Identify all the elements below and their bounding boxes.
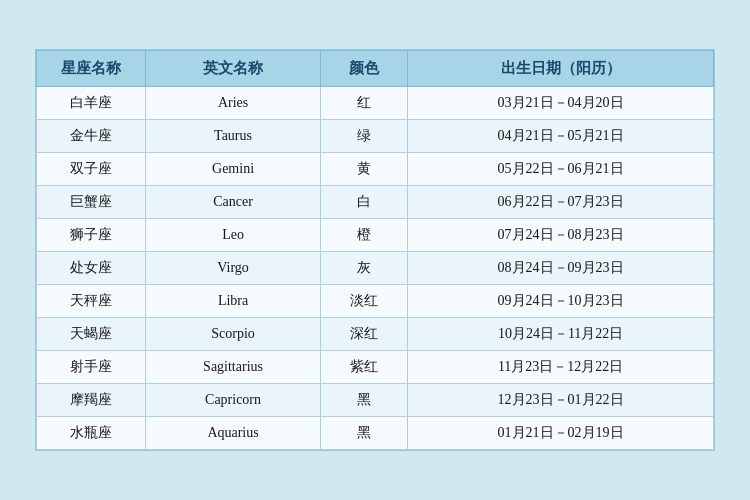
cell-english: Scorpio <box>146 318 321 351</box>
table-row: 金牛座Taurus绿04月21日－05月21日 <box>37 120 714 153</box>
cell-chinese: 巨蟹座 <box>37 186 146 219</box>
table-row: 摩羯座Capricorn黑12月23日－01月22日 <box>37 384 714 417</box>
cell-color: 黄 <box>320 153 407 186</box>
table-row: 白羊座Aries红03月21日－04月20日 <box>37 87 714 120</box>
cell-chinese: 天秤座 <box>37 285 146 318</box>
table-row: 处女座Virgo灰08月24日－09月23日 <box>37 252 714 285</box>
header-english: 英文名称 <box>146 51 321 87</box>
table-header-row: 星座名称 英文名称 颜色 出生日期（阳历） <box>37 51 714 87</box>
header-color: 颜色 <box>320 51 407 87</box>
zodiac-table-container: 星座名称 英文名称 颜色 出生日期（阳历） 白羊座Aries红03月21日－04… <box>35 49 715 451</box>
cell-color: 黑 <box>320 417 407 450</box>
cell-english: Aries <box>146 87 321 120</box>
cell-date: 07月24日－08月23日 <box>408 219 714 252</box>
header-date: 出生日期（阳历） <box>408 51 714 87</box>
cell-english: Leo <box>146 219 321 252</box>
cell-chinese: 摩羯座 <box>37 384 146 417</box>
zodiac-table: 星座名称 英文名称 颜色 出生日期（阳历） 白羊座Aries红03月21日－04… <box>36 50 714 450</box>
cell-english: Aquarius <box>146 417 321 450</box>
cell-chinese: 水瓶座 <box>37 417 146 450</box>
cell-date: 10月24日－11月22日 <box>408 318 714 351</box>
cell-color: 红 <box>320 87 407 120</box>
cell-date: 09月24日－10月23日 <box>408 285 714 318</box>
cell-chinese: 白羊座 <box>37 87 146 120</box>
cell-date: 03月21日－04月20日 <box>408 87 714 120</box>
cell-english: Sagittarius <box>146 351 321 384</box>
table-row: 天蝎座Scorpio深红10月24日－11月22日 <box>37 318 714 351</box>
cell-color: 橙 <box>320 219 407 252</box>
cell-chinese: 处女座 <box>37 252 146 285</box>
table-body: 白羊座Aries红03月21日－04月20日金牛座Taurus绿04月21日－0… <box>37 87 714 450</box>
cell-date: 05月22日－06月21日 <box>408 153 714 186</box>
cell-color: 绿 <box>320 120 407 153</box>
table-row: 巨蟹座Cancer白06月22日－07月23日 <box>37 186 714 219</box>
cell-date: 11月23日－12月22日 <box>408 351 714 384</box>
cell-color: 白 <box>320 186 407 219</box>
cell-date: 06月22日－07月23日 <box>408 186 714 219</box>
cell-chinese: 狮子座 <box>37 219 146 252</box>
cell-chinese: 天蝎座 <box>37 318 146 351</box>
cell-date: 04月21日－05月21日 <box>408 120 714 153</box>
table-row: 狮子座Leo橙07月24日－08月23日 <box>37 219 714 252</box>
cell-chinese: 射手座 <box>37 351 146 384</box>
cell-color: 黑 <box>320 384 407 417</box>
cell-english: Virgo <box>146 252 321 285</box>
cell-date: 08月24日－09月23日 <box>408 252 714 285</box>
cell-color: 紫红 <box>320 351 407 384</box>
cell-date: 12月23日－01月22日 <box>408 384 714 417</box>
cell-english: Libra <box>146 285 321 318</box>
table-row: 双子座Gemini黄05月22日－06月21日 <box>37 153 714 186</box>
header-chinese: 星座名称 <box>37 51 146 87</box>
table-row: 水瓶座Aquarius黑01月21日－02月19日 <box>37 417 714 450</box>
table-row: 天秤座Libra淡红09月24日－10月23日 <box>37 285 714 318</box>
cell-color: 灰 <box>320 252 407 285</box>
cell-english: Gemini <box>146 153 321 186</box>
cell-date: 01月21日－02月19日 <box>408 417 714 450</box>
cell-english: Cancer <box>146 186 321 219</box>
cell-chinese: 双子座 <box>37 153 146 186</box>
cell-english: Capricorn <box>146 384 321 417</box>
table-row: 射手座Sagittarius紫红11月23日－12月22日 <box>37 351 714 384</box>
cell-color: 淡红 <box>320 285 407 318</box>
cell-color: 深红 <box>320 318 407 351</box>
cell-english: Taurus <box>146 120 321 153</box>
cell-chinese: 金牛座 <box>37 120 146 153</box>
